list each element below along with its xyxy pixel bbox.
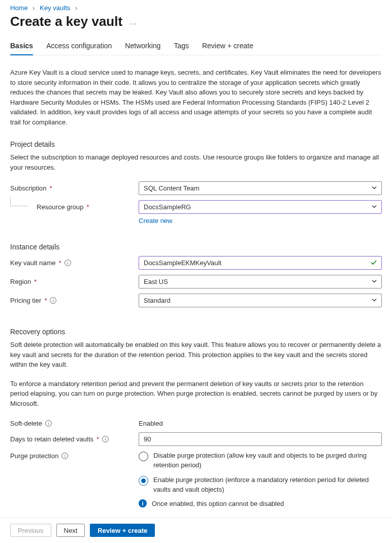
chevron-down-icon bbox=[371, 203, 377, 211]
tabs: Basics Access configuration Networking T… bbox=[10, 42, 382, 55]
subscription-select[interactable]: SQL Content Team bbox=[139, 181, 382, 195]
info-icon: i bbox=[139, 499, 147, 507]
tab-access-configuration[interactable]: Access configuration bbox=[46, 42, 112, 55]
pricing-tier-label: Pricing tier* i bbox=[10, 297, 139, 304]
purge-note: Once enabled, this option cannot be disa… bbox=[152, 500, 284, 507]
chevron-down-icon bbox=[371, 297, 377, 304]
create-new-rg-link[interactable]: Create new bbox=[139, 217, 172, 225]
project-details-desc: Select the subscription to manage deploy… bbox=[10, 152, 382, 172]
info-icon[interactable]: i bbox=[61, 453, 68, 459]
retention-days-input[interactable] bbox=[139, 432, 382, 446]
subscription-label: Subscription* bbox=[10, 184, 139, 192]
purge-enable-radio[interactable] bbox=[139, 476, 148, 486]
resource-group-label: Resource group* bbox=[10, 203, 139, 211]
keyvault-name-input[interactable]: DocsSampleEKMKeyVault bbox=[139, 256, 382, 270]
footer-bar: Previous Next Review + create bbox=[0, 517, 392, 543]
checkmark-icon bbox=[370, 259, 377, 267]
next-button[interactable]: Next bbox=[56, 524, 85, 537]
recovery-options-heading: Recovery options bbox=[10, 328, 382, 336]
previous-button[interactable]: Previous bbox=[10, 524, 51, 537]
breadcrumb-keyvaults[interactable]: Key vaults bbox=[40, 4, 70, 12]
purge-enable-label: Enable purge protection (enforce a manda… bbox=[153, 475, 382, 495]
pricing-tier-select[interactable]: Standard bbox=[139, 294, 382, 307]
review-create-button[interactable]: Review + create bbox=[90, 524, 155, 537]
tab-networking[interactable]: Networking bbox=[125, 42, 160, 55]
intro-text: Azure Key Vault is a cloud service used … bbox=[10, 68, 382, 127]
chevron-right-icon: › bbox=[32, 4, 35, 12]
purge-disable-label: Disable purge protection (allow key vaul… bbox=[153, 451, 382, 470]
purge-disable-radio[interactable] bbox=[139, 452, 148, 461]
breadcrumb-home[interactable]: Home bbox=[10, 4, 28, 12]
instance-details-heading: Instance details bbox=[10, 243, 382, 251]
keyvault-name-label: Key vault name* i bbox=[10, 259, 139, 267]
chevron-down-icon bbox=[371, 278, 377, 285]
info-icon[interactable]: i bbox=[45, 420, 52, 427]
purge-protection-label: Purge protection i bbox=[10, 451, 139, 460]
info-icon[interactable]: i bbox=[102, 436, 109, 442]
soft-delete-value: Enabled bbox=[139, 420, 163, 427]
info-icon[interactable]: i bbox=[64, 260, 71, 266]
info-icon[interactable]: i bbox=[50, 297, 56, 304]
tab-tags[interactable]: Tags bbox=[174, 42, 189, 55]
resource-group-select[interactable]: DocsSampleRG bbox=[139, 200, 382, 214]
tab-basics[interactable]: Basics bbox=[10, 42, 33, 55]
recovery-desc-1: Soft delete protection will automaticall… bbox=[10, 340, 382, 370]
project-details-heading: Project details bbox=[10, 140, 382, 148]
breadcrumb: Home › Key vaults › bbox=[10, 0, 382, 12]
region-label: Region* bbox=[10, 278, 139, 285]
chevron-down-icon bbox=[371, 184, 377, 192]
chevron-right-icon: › bbox=[75, 4, 77, 12]
retention-days-label: Days to retain deleted vaults* i bbox=[10, 435, 139, 443]
recovery-desc-2: To enforce a mandatory retention period … bbox=[10, 379, 382, 409]
region-select[interactable]: East US bbox=[139, 275, 382, 289]
page-title: Create a key vault bbox=[10, 14, 122, 29]
soft-delete-label: Soft-delete i bbox=[10, 420, 139, 427]
more-icon[interactable]: … bbox=[129, 18, 137, 26]
tab-review-create[interactable]: Review + create bbox=[202, 42, 253, 55]
